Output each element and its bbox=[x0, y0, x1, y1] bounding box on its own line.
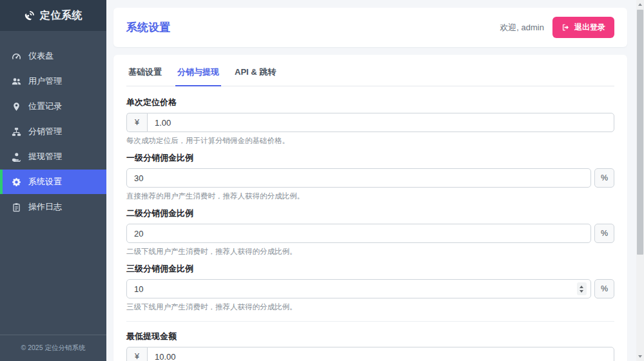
tab-distribution-withdrawal[interactable]: 分销与提现 bbox=[175, 65, 221, 86]
settings-tabs: 基础设置 分销与提现 API & 跳转 bbox=[126, 55, 614, 86]
tab-api-redirect[interactable]: API & 跳转 bbox=[233, 65, 278, 86]
field-help-text: 直接推荐的用户产生消费时，推荐人获得的分成比例。 bbox=[126, 191, 614, 201]
hand-coin-icon bbox=[12, 152, 21, 162]
level3-commission-input[interactable] bbox=[126, 279, 591, 298]
satellite-dish-icon bbox=[24, 10, 35, 21]
section-divider bbox=[126, 321, 614, 322]
level2-commission-input[interactable] bbox=[126, 224, 591, 243]
scroll-up-arrow-icon[interactable] bbox=[636, 1, 644, 8]
users-icon bbox=[12, 77, 21, 86]
percent-suffix: % bbox=[594, 224, 614, 243]
header-actions: 欢迎, admin 退出登录 bbox=[500, 17, 614, 38]
field-single-location-price: 单次定位价格 ¥ 每次成功定位后，用于计算分销佣金的基础价格。 bbox=[126, 97, 614, 146]
sidebar-item-users[interactable]: 用户管理 bbox=[0, 69, 106, 93]
map-marker-icon bbox=[12, 102, 21, 112]
sidebar-item-distribution[interactable]: 分销管理 bbox=[0, 119, 106, 144]
sidebar-item-logs[interactable]: 操作日志 bbox=[0, 195, 106, 219]
app-logo: 定位系统 bbox=[0, 0, 106, 31]
scrollbar[interactable] bbox=[636, 0, 644, 361]
app-window: 定位系统 仪表盘 用户管理 位置记录 分销管理 提现管理 bbox=[0, 0, 644, 361]
sidebar-item-withdrawals[interactable]: 提现管理 bbox=[0, 144, 106, 169]
sidebar-item-label: 用户管理 bbox=[28, 75, 62, 87]
percent-suffix: % bbox=[594, 279, 614, 298]
percent-suffix: % bbox=[594, 168, 614, 188]
sign-out-icon bbox=[561, 23, 570, 32]
field-help-text: 二级下线用户产生消费时，推荐人获得的分成比例。 bbox=[126, 247, 614, 257]
field-label: 最低提现金额 bbox=[126, 331, 614, 342]
settings-form: 单次定位价格 ¥ 每次成功定位后，用于计算分销佣金的基础价格。 一级分销佣金比例 bbox=[126, 86, 614, 361]
level1-commission-input[interactable] bbox=[126, 168, 591, 188]
field-level3-commission: 三级分销佣金比例 % 三级下线用户产生消费时，推荐人获得的分成比例。 bbox=[126, 263, 614, 312]
sidebar: 定位系统 仪表盘 用户管理 位置记录 分销管理 提现管理 bbox=[0, 0, 106, 361]
field-help-text: 每次成功定位后，用于计算分销佣金的基础价格。 bbox=[126, 136, 614, 146]
sidebar-item-locations[interactable]: 位置记录 bbox=[0, 94, 106, 119]
field-min-withdrawal-amount: 最低提现金额 ¥ 用户申请提现时，允许的最低金额。 bbox=[126, 331, 614, 361]
single-location-price-input[interactable] bbox=[147, 113, 614, 132]
logout-button-label: 退出登录 bbox=[574, 22, 605, 33]
settings-card: 基础设置 分销与提现 API & 跳转 单次定位价格 ¥ 每次成功定位后，用于计… bbox=[113, 55, 627, 361]
number-stepper[interactable] bbox=[577, 282, 587, 295]
scrollbar-thumb[interactable] bbox=[637, 10, 643, 255]
sidebar-item-label: 分销管理 bbox=[28, 126, 62, 137]
sidebar-footer-copyright: © 2025 定位分销系统 bbox=[0, 335, 106, 361]
field-help-text: 三级下线用户产生消费时，推荐人获得的分成比例。 bbox=[126, 302, 614, 312]
field-label: 一级分销佣金比例 bbox=[126, 152, 614, 164]
field-label: 二级分销佣金比例 bbox=[126, 208, 614, 219]
main-content: 系统设置 欢迎, admin 退出登录 基础设置 分销与提现 API & 跳转 … bbox=[106, 0, 644, 361]
sidebar-item-dashboard[interactable]: 仪表盘 bbox=[0, 44, 106, 68]
sidebar-item-settings[interactable]: 系统设置 bbox=[0, 170, 106, 194]
welcome-text: 欢迎, admin bbox=[500, 22, 544, 34]
sidebar-item-label: 提现管理 bbox=[28, 151, 62, 162]
dashboard-gauge-icon bbox=[12, 52, 21, 61]
field-level1-commission: 一级分销佣金比例 % 直接推荐的用户产生消费时，推荐人获得的分成比例。 bbox=[126, 152, 614, 201]
tab-basic-settings[interactable]: 基础设置 bbox=[126, 65, 164, 86]
sidebar-menu: 仪表盘 用户管理 位置记录 分销管理 提现管理 系统设置 bbox=[0, 31, 106, 335]
clipboard-list-icon bbox=[12, 202, 21, 212]
scroll-down-arrow-icon[interactable] bbox=[636, 353, 644, 360]
field-label: 三级分销佣金比例 bbox=[126, 263, 614, 275]
field-label: 单次定位价格 bbox=[126, 97, 614, 108]
sitemap-icon bbox=[12, 127, 21, 137]
logout-button[interactable]: 退出登录 bbox=[552, 17, 614, 38]
currency-prefix: ¥ bbox=[126, 347, 147, 361]
min-withdrawal-amount-input[interactable] bbox=[147, 347, 614, 361]
app-title: 定位系统 bbox=[40, 9, 83, 23]
sidebar-item-label: 系统设置 bbox=[28, 176, 62, 188]
currency-prefix: ¥ bbox=[126, 113, 147, 132]
sidebar-item-label: 仪表盘 bbox=[28, 50, 54, 62]
field-level2-commission: 二级分销佣金比例 % 二级下线用户产生消费时，推荐人获得的分成比例。 bbox=[126, 208, 614, 257]
page-header: 系统设置 欢迎, admin 退出登录 bbox=[113, 8, 627, 47]
page-title: 系统设置 bbox=[126, 20, 170, 35]
gear-icon bbox=[12, 177, 21, 187]
sidebar-item-label: 位置记录 bbox=[28, 101, 62, 112]
sidebar-item-label: 操作日志 bbox=[28, 201, 62, 213]
